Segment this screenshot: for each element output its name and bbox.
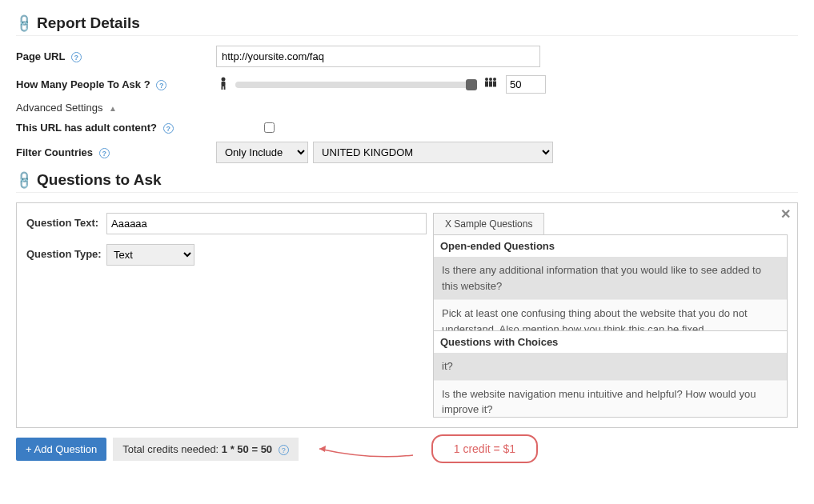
svg-point-0 — [222, 78, 226, 82]
questions-header: 🔗 Questions to Ask — [16, 171, 798, 193]
sample-question-item[interactable]: Pick at least one confusing thing about … — [434, 300, 787, 330]
svg-rect-9 — [493, 82, 496, 87]
help-icon[interactable]: ? — [71, 52, 82, 62]
help-icon[interactable]: ? — [99, 148, 110, 158]
link-icon: 🔗 — [13, 169, 35, 191]
report-details-header: 🔗 Report Details — [16, 14, 798, 36]
choices-header: Questions with Choices — [434, 330, 787, 353]
caret-up-icon: ▲ — [109, 104, 117, 113]
open-ended-header: Open-ended Questions — [434, 235, 787, 257]
svg-rect-2 — [222, 86, 223, 90]
question-text-label: Question Text: — [26, 213, 106, 229]
sample-question-item[interactable]: Is there any additional information that… — [434, 257, 787, 300]
advanced-settings-toggle[interactable]: Advanced Settings ▲ — [16, 102, 117, 114]
question-text-input[interactable] — [106, 213, 427, 234]
sample-question-item[interactable]: it? — [434, 353, 787, 381]
person-single-icon — [219, 77, 227, 92]
add-question-button[interactable]: + Add Question — [16, 438, 106, 461]
page-url-input[interactable] — [216, 46, 540, 67]
svg-rect-3 — [224, 86, 226, 90]
choices-scroll[interactable]: it? Is the website navigation menu intui… — [434, 353, 787, 417]
filter-countries-label: Filter Countries ? — [16, 146, 216, 158]
svg-point-5 — [489, 78, 492, 81]
svg-rect-8 — [489, 82, 492, 87]
people-label: How Many People To Ask ? ? — [16, 78, 216, 90]
page-url-label: Page URL ? — [16, 50, 216, 62]
people-count-input[interactable] — [506, 75, 546, 94]
sample-questions-tab[interactable]: X Sample Questions — [433, 213, 544, 234]
open-ended-scroll[interactable]: Is there any additional information that… — [434, 257, 787, 330]
credit-info-callout: 1 credit = $1 — [431, 434, 538, 463]
questions-title: Questions to Ask — [37, 171, 162, 189]
sample-questions-panel: Open-ended Questions Is there any additi… — [433, 234, 788, 418]
question-type-select[interactable]: Text — [106, 244, 194, 266]
filter-mode-select[interactable]: Only Include — [216, 142, 308, 163]
help-icon[interactable]: ? — [156, 80, 166, 90]
adult-content-checkbox[interactable] — [264, 122, 275, 133]
report-details-title: Report Details — [37, 14, 140, 32]
annotation-arrow-icon — [313, 438, 417, 460]
question-type-label: Question Type: — [26, 244, 106, 260]
slider-handle[interactable] — [466, 79, 477, 90]
svg-point-6 — [493, 78, 496, 81]
link-icon: 🔗 — [13, 12, 35, 34]
adult-content-label: This URL has adult content? ? — [16, 122, 216, 134]
close-icon[interactable]: ✕ — [780, 206, 791, 222]
svg-rect-7 — [485, 82, 488, 87]
person-group-icon — [483, 77, 498, 92]
help-icon[interactable]: ? — [163, 123, 174, 134]
question-editor-box: ✕ Question Text: Question Type: Text X S… — [16, 202, 798, 428]
svg-point-4 — [485, 78, 488, 81]
people-slider[interactable] — [235, 82, 475, 88]
filter-country-select[interactable]: UNITED KINGDOM — [313, 142, 553, 163]
help-icon[interactable]: ? — [279, 445, 289, 455]
svg-rect-1 — [222, 82, 226, 86]
sample-question-item[interactable]: Is the website navigation menu intuitive… — [434, 381, 787, 418]
credits-needed-box: Total credits needed: 1 * 50 = 50 ? — [113, 438, 298, 461]
